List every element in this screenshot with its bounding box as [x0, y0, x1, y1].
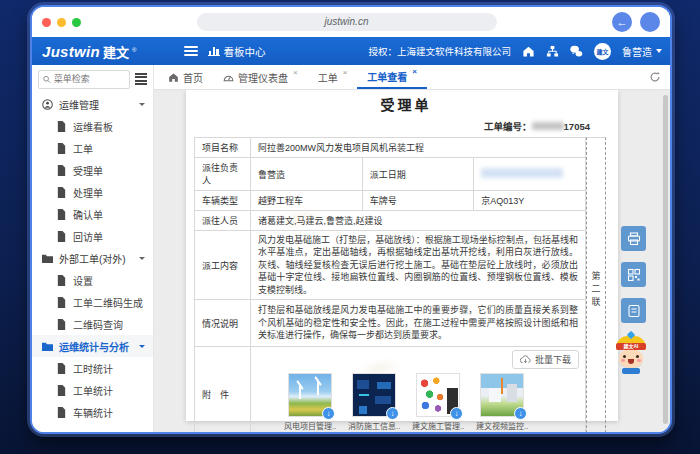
- table-row: 派往负责人 鲁营造 派工日期: [195, 158, 586, 191]
- document-icon: [56, 209, 67, 220]
- sidebar-item-confirmation[interactable]: 确认单: [32, 203, 153, 225]
- sidebar: 运维管理 运维看板 工单 受理单 处理单 确认单: [32, 65, 154, 432]
- browser-window: justwin.cn ← Justwin 建文 ® 看板中心 授权：上海建文软件…: [30, 5, 672, 434]
- sidebar-group-ops-management[interactable]: 运维管理: [32, 93, 153, 115]
- print-button[interactable]: [621, 226, 646, 251]
- sidebar-item-vehicle-stats[interactable]: 车辆统计: [32, 401, 153, 423]
- menu-list-icon[interactable]: [135, 73, 147, 86]
- download-icon[interactable]: ↓: [450, 407, 463, 420]
- close-icon[interactable]: ×: [343, 68, 348, 77]
- bar-chart-icon: [208, 46, 220, 56]
- leader-value: 鲁营造: [251, 158, 363, 191]
- board-center-nav[interactable]: 看板中心: [208, 44, 266, 59]
- leader-label: 派往负责人: [195, 158, 251, 191]
- document-icon: [56, 121, 67, 132]
- attachment-thumbnail[interactable]: ↓: [288, 373, 332, 417]
- cloud-download-icon: [520, 355, 531, 364]
- download-icon[interactable]: ↓: [514, 407, 527, 420]
- tab-work-order[interactable]: 工单 ×: [308, 65, 358, 89]
- mascot-face: [619, 349, 643, 368]
- tab-dashboard[interactable]: 管理仪表盘 ×: [213, 65, 308, 89]
- address-bar[interactable]: justwin.cn: [197, 13, 497, 31]
- company-logo-badge[interactable]: 建文: [594, 43, 611, 60]
- attachment-item[interactable]: ↓ 建文视频监控...: [477, 373, 527, 431]
- attachment-item[interactable]: ↓ 建文施工管理...: [413, 373, 463, 431]
- back-button[interactable]: ←: [612, 12, 632, 32]
- document-icon: [56, 187, 67, 198]
- refresh-icon[interactable]: [649, 71, 661, 83]
- close-icon[interactable]: ×: [293, 68, 298, 77]
- menu-search-box[interactable]: [38, 70, 130, 89]
- attachment-thumbnail[interactable]: ↓: [416, 373, 460, 417]
- mascot-label: 建文AI: [616, 343, 646, 350]
- gauge-icon: [223, 72, 234, 83]
- traffic-lights: [42, 18, 81, 27]
- qr-code-icon: [627, 268, 641, 282]
- sidebar-item-qr-generate[interactable]: 工单二维码生成: [32, 291, 153, 313]
- sidebar-item-work-order[interactable]: 工单: [32, 137, 153, 159]
- download-icon[interactable]: ↓: [322, 407, 335, 420]
- profile-button[interactable]: [640, 12, 660, 32]
- menu-toggle-icon[interactable]: [184, 46, 198, 56]
- messages-icon[interactable]: [570, 45, 583, 58]
- document-icon: [56, 143, 67, 154]
- attachments-cell: 批量下载 ↓ 风电项目管理...: [251, 347, 586, 432]
- attachment-item[interactable]: ↓ 消防施工信息...: [349, 373, 399, 431]
- app-logo[interactable]: Justwin 建文 ®: [42, 42, 174, 61]
- sidebar-item-acceptance[interactable]: 受理单: [32, 159, 153, 181]
- acceptance-form-table: 项目名称 阿拉善200MW风力发电项目风机吊装工程 派往负责人 鲁营造 派工日期…: [194, 137, 586, 432]
- dispatch-date-label: 派工日期: [362, 158, 474, 191]
- attachments-label: 附 件: [195, 347, 251, 432]
- tab-work-order-view[interactable]: 工单查看 ×: [357, 65, 427, 89]
- attachment-thumbnail[interactable]: ↓: [352, 373, 396, 417]
- acceptance-form-paper: 受理单 工单编号：17054 项目名称 阿拉善200MW风力发电项目风机吊装工程…: [186, 90, 618, 421]
- sidebar-item-hours-stats[interactable]: 工时统计: [32, 357, 153, 379]
- note-value: 打垫层和基础放线是风力发电基础施工中的重要步骤，它们的质量直接关系到整个风机基础…: [251, 300, 586, 347]
- download-icon[interactable]: ↓: [386, 407, 399, 420]
- table-row: 车辆类型 越野工程车 车牌号 京AQ013Y: [195, 191, 586, 211]
- document-icon: [56, 363, 67, 374]
- brand-cn: 建文: [103, 42, 129, 61]
- batch-download-button[interactable]: 批量下载: [512, 350, 579, 369]
- sidebar-group-external-orders[interactable]: 外部工单(对外): [32, 247, 153, 269]
- service-person-icon: [42, 99, 53, 110]
- note-label: 情况说明: [195, 300, 251, 347]
- close-window-button[interactable]: [42, 18, 51, 27]
- dispatch-date-value: [474, 158, 586, 191]
- tab-home[interactable]: 首页: [158, 65, 213, 89]
- menu-search-input[interactable]: [54, 74, 125, 84]
- search-icon: [43, 75, 51, 84]
- org-chart-icon[interactable]: [546, 45, 559, 58]
- sidebar-item-order-stats[interactable]: 工单统计: [32, 379, 153, 401]
- sidebar-group-stats-analysis[interactable]: 运维统计与分析: [32, 335, 153, 357]
- sidebar-item-processing[interactable]: 处理单: [32, 181, 153, 203]
- sidebar-item-ops-board[interactable]: 运维看板: [32, 115, 153, 137]
- folder-icon: [42, 253, 53, 264]
- table-row: 项目名称 阿拉善200MW风力发电项目风机吊装工程: [195, 138, 586, 158]
- minimize-window-button[interactable]: [57, 18, 66, 27]
- maximize-window-button[interactable]: [72, 18, 81, 27]
- project-name-value: 阿拉善200MW风力发电项目风机吊装工程: [251, 138, 586, 158]
- folder-icon: [42, 341, 53, 352]
- order-number: 工单编号：17054: [194, 119, 590, 133]
- attachment-thumbnail[interactable]: ↓: [480, 373, 524, 417]
- home-icon: [168, 72, 179, 83]
- close-icon[interactable]: ×: [412, 67, 417, 76]
- voucher-button[interactable]: [621, 298, 646, 323]
- sidebar-item-qr-query[interactable]: 二维码查询: [32, 313, 153, 335]
- sidebar-item-follow-up[interactable]: 回访单: [32, 225, 153, 247]
- tab-bar: 首页 管理仪表盘 × 工单 × 工单查看 ×: [154, 65, 670, 90]
- ai-assistant-mascot[interactable]: 建文AI: [614, 332, 648, 376]
- attachment-item[interactable]: ↓ 风电项目管理...: [285, 373, 335, 431]
- document-icon: [56, 297, 67, 308]
- sidebar-item-settings[interactable]: 设置: [32, 269, 153, 291]
- vertical-scrollbar[interactable]: [663, 95, 668, 424]
- content-area: 受理单 工单编号：17054 项目名称 阿拉善200MW风力发电项目风机吊装工程…: [154, 90, 670, 432]
- home-icon[interactable]: [522, 45, 535, 58]
- user-menu[interactable]: 鲁营造: [622, 44, 662, 59]
- project-name-label: 项目名称: [195, 138, 251, 158]
- table-row: 情况说明 打垫层和基础放线是风力发电基础施工中的重要步骤，它们的质量直接关系到整…: [195, 300, 586, 347]
- floating-toolbar: [621, 226, 646, 323]
- qr-code-button[interactable]: [621, 262, 646, 287]
- copy-number-label: 第二联: [590, 271, 603, 310]
